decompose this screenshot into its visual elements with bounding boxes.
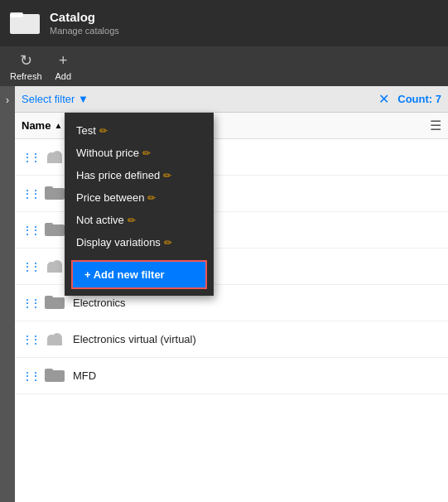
svg-rect-21 <box>45 369 53 373</box>
add-icon: + <box>59 52 68 70</box>
row-cloud-icon <box>45 147 65 168</box>
sidebar-toggle[interactable]: › <box>0 86 15 502</box>
filter-item-price-between-edit-icon[interactable]: ✏ <box>147 192 156 204</box>
row-drag-handle[interactable]: ⋮⋮ <box>22 151 38 164</box>
name-column-label: Name <box>22 119 51 132</box>
filter-count-value: 7 <box>436 93 441 105</box>
app-title-group: Catalog Manage catalogs <box>50 10 119 36</box>
row-drag-handle[interactable]: ⋮⋮ <box>22 333 38 346</box>
filter-item-without-price-edit-icon[interactable]: ✏ <box>142 147 151 159</box>
filter-item-has-price-defined-edit-icon[interactable]: ✏ <box>163 170 171 181</box>
row-name: Electronics <box>73 297 441 309</box>
svg-rect-5 <box>47 158 62 163</box>
table-row: ⋮⋮Electronics virtual (virtual) <box>15 321 448 358</box>
table-row: ⋮⋮MFD <box>15 358 448 394</box>
column-menu-icon[interactable]: ☰ <box>430 118 441 133</box>
row-folder-icon <box>45 183 65 205</box>
sort-icon: ▲ <box>54 121 62 130</box>
row-cloud-icon <box>45 329 65 350</box>
row-drag-handle[interactable]: ⋮⋮ <box>22 297 38 310</box>
row-drag-handle[interactable]: ⋮⋮ <box>22 260 38 273</box>
filter-item-not-active-label: Not active <box>76 214 124 226</box>
app-title: Catalog <box>50 10 119 24</box>
row-folder-icon <box>45 365 65 387</box>
row-folder-icon <box>45 220 65 241</box>
filter-item-test-edit-icon[interactable]: ✏ <box>99 125 108 137</box>
filter-item-price-between-label: Price between <box>76 191 144 204</box>
app-subtitle: Manage catalogs <box>50 26 119 36</box>
filter-item-display-variations[interactable]: Display variations ✏ <box>65 231 214 253</box>
filter-item-without-price[interactable]: Without price ✏ <box>65 142 214 164</box>
catalog-icon <box>10 7 40 40</box>
filter-count-label: Count: <box>397 93 432 105</box>
filter-item-not-active-edit-icon[interactable]: ✏ <box>128 215 136 226</box>
filter-item-display-variations-edit-icon[interactable]: ✏ <box>164 237 172 249</box>
add-new-filter-label: + Add new filter <box>84 268 165 281</box>
filter-item-has-price-defined-label: Has price defined <box>76 169 160 181</box>
filter-bar: Select filter ▼ ✕ Count: 7 Test ✏ Withou… <box>15 86 448 113</box>
filter-close-button[interactable]: ✕ <box>378 91 389 107</box>
svg-rect-9 <box>45 223 53 227</box>
content-panel: Select filter ▼ ✕ Count: 7 Test ✏ Withou… <box>15 86 448 502</box>
row-folder-icon <box>45 292 65 314</box>
filter-item-price-between[interactable]: Price between ✏ <box>65 186 214 209</box>
filter-dropdown: Test ✏ Without price ✏ Has price defined… <box>65 113 214 296</box>
row-drag-handle[interactable]: ⋮⋮ <box>22 224 38 237</box>
main-area: › Select filter ▼ ✕ Count: 7 Test ✏ With… <box>0 86 448 502</box>
row-name: Electronics virtual (virtual) <box>73 333 441 345</box>
filter-item-display-variations-label: Display variations <box>76 236 161 249</box>
sidebar-toggle-icon: › <box>6 94 9 106</box>
filter-item-test[interactable]: Test ✏ <box>65 119 214 142</box>
refresh-icon: ↻ <box>20 51 32 70</box>
add-button[interactable]: + Add <box>55 52 72 81</box>
refresh-label: Refresh <box>10 71 42 81</box>
refresh-button[interactable]: ↻ Refresh <box>10 51 42 81</box>
toolbar: ↻ Refresh + Add <box>0 46 448 86</box>
svg-rect-7 <box>45 186 53 191</box>
filter-item-without-price-label: Without price <box>76 147 139 159</box>
filter-count: Count: 7 <box>397 93 441 105</box>
add-new-filter-button[interactable]: + Add new filter <box>71 260 207 289</box>
svg-rect-19 <box>47 340 62 345</box>
row-name: MFD <box>73 369 441 382</box>
svg-rect-15 <box>45 296 53 300</box>
row-drag-handle[interactable]: ⋮⋮ <box>22 187 38 200</box>
add-label: Add <box>55 71 72 81</box>
filter-item-has-price-defined[interactable]: Has price defined ✏ <box>65 164 214 186</box>
row-cloud-icon <box>45 256 65 278</box>
top-bar: Catalog Manage catalogs <box>0 0 448 46</box>
filter-select[interactable]: Select filter ▼ <box>22 93 89 105</box>
filter-item-test-label: Test <box>76 124 96 137</box>
svg-rect-13 <box>47 268 62 273</box>
row-drag-handle[interactable]: ⋮⋮ <box>22 369 38 383</box>
filter-item-not-active[interactable]: Not active ✏ <box>65 209 214 231</box>
svg-rect-1 <box>10 12 23 17</box>
